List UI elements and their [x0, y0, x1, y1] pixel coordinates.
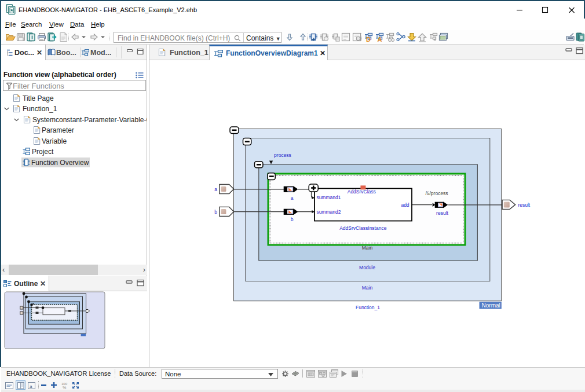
svg-text:process: process [274, 152, 291, 158]
svg-text:Function_1: Function_1 [356, 305, 380, 310]
svg-text:A: A [377, 36, 382, 42]
svg-text:Main: Main [362, 285, 373, 291]
svg-text:summand2: summand2 [316, 209, 341, 215]
svg-text:/5/process: /5/process [425, 190, 448, 196]
svg-text:Module: Module [359, 265, 375, 270]
svg-text:b: b [291, 217, 294, 222]
svg-text:Normal: Normal [482, 302, 500, 309]
svg-text:summand1: summand1 [316, 195, 341, 200]
svg-text:result: result [518, 202, 530, 208]
svg-text:a: a [214, 186, 217, 192]
svg-text:D: D [366, 36, 371, 42]
svg-text:b: b [214, 209, 217, 215]
svg-text:a: a [30, 384, 32, 389]
svg-text:%: % [63, 386, 66, 390]
svg-text:Main: Main [362, 245, 373, 251]
svg-text:AddSrvClass: AddSrvClass [348, 189, 376, 195]
svg-text:add: add [401, 202, 409, 208]
svg-text:AddSrvClassInstance: AddSrvClassInstance [339, 225, 387, 231]
svg-text:a: a [291, 195, 294, 201]
svg-text:result: result [436, 210, 448, 216]
